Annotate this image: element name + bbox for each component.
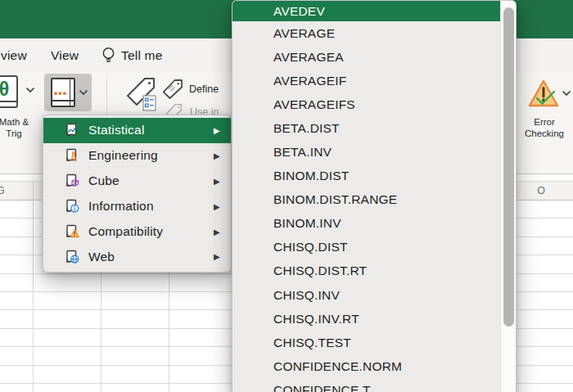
tab-review-partial[interactable]: view	[1, 38, 27, 72]
submenu-item-label: CHISQ.TEST	[273, 336, 351, 350]
engineering-icon	[65, 148, 79, 163]
more-functions-book-icon: •••	[51, 78, 75, 107]
define-name-label: Define	[189, 83, 219, 95]
submenu-arrow-icon: ▶	[214, 252, 220, 261]
define-name-button[interactable]: Define	[162, 79, 219, 100]
submenu-item-label: CHISQ.INV	[273, 288, 340, 303]
submenu-item-averageif[interactable]: AVERAGEIF	[232, 69, 502, 92]
error-checking-label: Error Checking	[512, 116, 573, 139]
submenu-arrow-icon: ▶	[214, 126, 220, 135]
menu-item-cube[interactable]: Cube ▶	[43, 169, 231, 194]
submenu-item-label: CHISQ.DIST	[273, 240, 348, 255]
compatibility-icon	[65, 224, 79, 239]
more-functions-button[interactable]: •••	[44, 74, 92, 111]
submenu-scrollbar-track[interactable]	[500, 1, 516, 392]
more-functions-dots: •••	[52, 87, 69, 99]
submenu-arrow-icon: ▶	[214, 202, 220, 211]
submenu-item-average[interactable]: AVERAGE	[232, 21, 502, 45]
submenu-list: AVEDEV AVERAGE AVERAGEA AVERAGEIF AVERAG…	[232, 1, 502, 392]
menu-item-label: Cube	[88, 173, 120, 188]
submenu-item-chisq-dist-rt[interactable]: CHISQ.DIST.RT	[232, 259, 502, 283]
submenu-item-binom-dist[interactable]: BINOM.DIST	[232, 164, 502, 188]
submenu-item-label: CHISQ.DIST.RT	[273, 264, 367, 278]
error-checking-icon[interactable]	[526, 77, 561, 111]
menu-item-information[interactable]: Information ▶	[43, 194, 231, 219]
excel-window: view View Tell me G O θ	[0, 0, 573, 392]
submenu-item-binom-dist-range[interactable]: BINOM.DIST.RANGE	[232, 188, 502, 212]
error-checking-chevron-icon[interactable]	[562, 90, 571, 97]
submenu-item-chisq-dist[interactable]: CHISQ.DIST	[232, 236, 502, 259]
submenu-item-chisq-inv[interactable]: CHISQ.INV	[232, 283, 502, 307]
tab-review-label: view	[1, 48, 27, 63]
function-category-menu: Statistical ▶ Engineering ▶	[43, 115, 232, 273]
submenu-item-avedev[interactable]: AVEDEV	[232, 1, 502, 21]
lightbulb-icon	[102, 47, 115, 65]
information-icon	[65, 199, 79, 214]
menu-item-label: Information	[88, 199, 154, 214]
book-band	[52, 100, 74, 106]
statistical-icon	[65, 123, 79, 137]
menu-item-label: Engineering	[88, 148, 158, 163]
column-header-g[interactable]: G	[0, 185, 5, 196]
submenu-item-label: BINOM.INV	[273, 216, 341, 231]
math-trig-button[interactable]: θ	[0, 75, 18, 108]
more-functions-chevron-icon[interactable]	[79, 89, 88, 96]
menu-item-web[interactable]: Web ▶	[43, 244, 231, 269]
grid-column-line	[33, 182, 34, 392]
submenu-item-label: BETA.INV	[273, 145, 332, 160]
submenu-item-label: BETA.DIST	[273, 121, 340, 136]
submenu-item-beta-dist[interactable]: BETA.DIST	[232, 116, 502, 140]
submenu-item-averagea[interactable]: AVERAGEA	[232, 45, 502, 69]
column-header-o[interactable]: O	[521, 185, 562, 196]
menu-item-statistical[interactable]: Statistical ▶	[43, 118, 231, 143]
menu-item-label: Web	[88, 250, 115, 264]
submenu-item-confidence-norm[interactable]: CONFIDENCE.NORM	[232, 354, 502, 378]
menu-item-label: Compatibility	[88, 224, 163, 239]
submenu-arrow-icon: ▶	[214, 228, 220, 237]
submenu-item-label: AVERAGEIF	[273, 74, 346, 88]
web-icon	[65, 250, 79, 264]
tab-view[interactable]: View	[51, 38, 79, 72]
submenu-item-confidence-t[interactable]: CONFIDENCE.T	[232, 378, 502, 392]
submenu-item-averageifs[interactable]: AVERAGEIFS	[232, 92, 502, 116]
submenu-item-label: AVEDEV	[273, 4, 325, 19]
math-trig-chevron-icon[interactable]	[25, 87, 35, 93]
submenu-item-label: AVERAGEIFS	[273, 97, 355, 112]
menu-item-engineering[interactable]: Engineering ▶	[43, 143, 231, 169]
cube-icon	[65, 173, 79, 188]
submenu-item-label: AVERAGE	[273, 26, 335, 41]
submenu-item-label: CONFIDENCE.T	[273, 383, 371, 392]
submenu-item-label: BINOM.DIST	[273, 169, 349, 183]
menu-item-label: Statistical	[88, 123, 145, 137]
submenu-item-label: AVERAGEA	[273, 50, 344, 65]
statistical-functions-submenu: AVEDEV AVERAGE AVERAGEA AVERAGEIF AVERAG…	[232, 0, 517, 392]
submenu-item-chisq-test[interactable]: CHISQ.TEST	[232, 331, 502, 354]
submenu-item-label: CHISQ.INV.RT	[273, 312, 359, 327]
book-band	[0, 101, 17, 106]
theta-icon: θ	[0, 80, 9, 99]
submenu-arrow-icon: ▶	[214, 151, 220, 160]
submenu-item-binom-inv[interactable]: BINOM.INV	[232, 212, 502, 236]
menu-item-compatibility[interactable]: Compatibility ▶	[43, 219, 231, 245]
submenu-scrollbar-thumb[interactable]	[503, 7, 514, 327]
tab-tell-me[interactable]: Tell me	[102, 38, 163, 72]
define-name-tag-icon	[162, 79, 183, 100]
tab-tell-me-label: Tell me	[121, 48, 163, 63]
tab-view-label: View	[51, 48, 79, 63]
submenu-item-label: BINOM.DIST.RANGE	[273, 192, 397, 207]
submenu-item-chisq-inv-rt[interactable]: CHISQ.INV.RT	[232, 307, 502, 331]
name-manager-icon[interactable]	[124, 76, 159, 112]
submenu-item-beta-inv[interactable]: BETA.INV	[232, 140, 502, 164]
math-trig-label: Math & Trig	[0, 116, 39, 139]
submenu-arrow-icon: ▶	[214, 177, 220, 186]
submenu-item-label: CONFIDENCE.NORM	[273, 359, 402, 374]
